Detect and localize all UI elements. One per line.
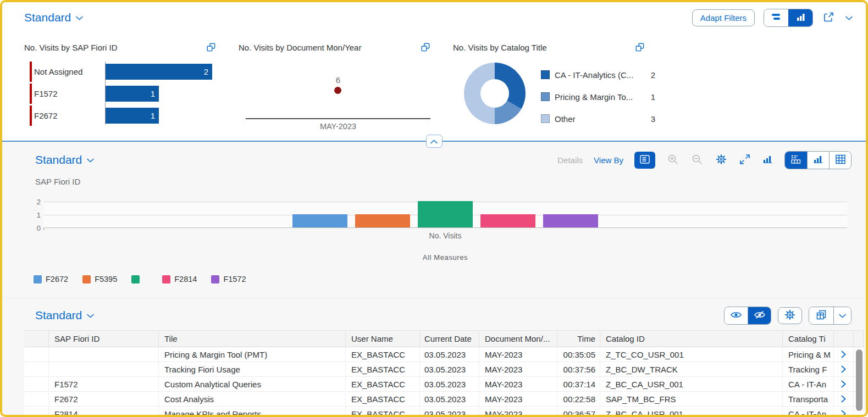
bar-row[interactable]: Not Assigned 2 bbox=[24, 62, 217, 82]
column-header[interactable]: Tile bbox=[159, 331, 346, 347]
chevron-down-icon bbox=[87, 155, 94, 165]
table-scrollbar[interactable] bbox=[856, 349, 863, 411]
cell-catalog-id: Z_BC_DW_TRACK bbox=[600, 362, 783, 376]
show-details-button[interactable] bbox=[725, 307, 748, 324]
gear-icon bbox=[784, 309, 795, 322]
scroll-column-header bbox=[854, 331, 864, 347]
viz-legend-item[interactable]: F5395 bbox=[82, 275, 117, 283]
details-button[interactable]: Details bbox=[557, 155, 583, 165]
y-tick: 2 bbox=[29, 198, 41, 206]
row-selector[interactable] bbox=[24, 347, 49, 362]
table-settings-button[interactable] bbox=[778, 307, 802, 324]
variant-selector-table[interactable]: Standard bbox=[35, 309, 94, 322]
column-header[interactable]: Catalog Ti bbox=[783, 331, 834, 347]
bar-row[interactable]: F1572 1 bbox=[24, 84, 217, 104]
viz-bar-F2672[interactable] bbox=[292, 214, 347, 227]
legend-item[interactable]: Other 3 bbox=[541, 108, 655, 130]
adapt-filters-button[interactable]: Adapt Filters bbox=[692, 9, 755, 26]
legend-label: F2814 bbox=[174, 275, 197, 283]
open-in-window-icon[interactable] bbox=[206, 42, 217, 53]
row-nav-button[interactable] bbox=[834, 362, 854, 376]
open-in-window-icon[interactable] bbox=[634, 42, 645, 53]
row-nav-button[interactable] bbox=[834, 392, 854, 406]
value-stripe bbox=[30, 105, 32, 126]
legend-value: 3 bbox=[643, 114, 655, 124]
variant-selector-top[interactable]: Standard bbox=[24, 11, 83, 24]
open-in-window-icon[interactable] bbox=[420, 42, 431, 53]
table-row[interactable]: Pricing & Margin Tool (PMT) EX_BASTACC 0… bbox=[24, 347, 864, 362]
collapse-header-button[interactable] bbox=[426, 135, 443, 148]
variant-selector-chart[interactable]: Standard bbox=[35, 153, 94, 166]
chart-type-button[interactable] bbox=[762, 154, 773, 166]
row-nav-button[interactable] bbox=[834, 347, 854, 362]
header-expand-menu-button[interactable] bbox=[844, 13, 854, 23]
zoom-out-button[interactable] bbox=[690, 153, 704, 168]
row-selector[interactable] bbox=[24, 362, 49, 376]
table-row[interactable]: F1572 Custom Analytical Queries EX_BASTA… bbox=[24, 377, 864, 392]
legend-swatch bbox=[162, 275, 170, 283]
row-nav-button[interactable] bbox=[834, 377, 854, 391]
hide-details-button[interactable] bbox=[748, 307, 771, 324]
toggle-legend-button[interactable] bbox=[634, 152, 655, 169]
chart-only-view-button[interactable] bbox=[807, 152, 829, 169]
column-header[interactable]: Catalog ID bbox=[600, 331, 783, 347]
cell-doc-monyear: MAY-2023 bbox=[479, 362, 557, 376]
row-selector[interactable] bbox=[24, 407, 49, 417]
nav-column-header bbox=[834, 331, 854, 347]
legend-label: F2672 bbox=[46, 275, 68, 283]
legend-label: Other bbox=[555, 114, 643, 124]
viz-legend-item[interactable]: F2672 bbox=[34, 275, 68, 283]
point-chart: 6 MAY-2023 bbox=[239, 59, 453, 142]
viz-legend: F2672F5395F2814F1572 bbox=[34, 275, 866, 283]
share-button[interactable] bbox=[822, 10, 836, 25]
table-row[interactable]: F2672 Cost Analysis EX_BASTACC 03.05.202… bbox=[24, 392, 864, 407]
legend-value: 1 bbox=[643, 92, 655, 102]
export-spreadsheet-button[interactable] bbox=[809, 307, 833, 324]
data-table: SAP Fiori ID Tile User Name Current Date… bbox=[24, 330, 864, 417]
row-selector[interactable] bbox=[24, 392, 49, 406]
column-header[interactable]: User Name bbox=[346, 331, 420, 347]
viz-bar-blank[interactable] bbox=[418, 201, 473, 227]
select-column-header[interactable] bbox=[24, 331, 49, 347]
bar-chart-icon bbox=[797, 13, 805, 23]
column-header[interactable]: Current Date bbox=[420, 331, 479, 347]
viz-bar-F2814[interactable] bbox=[480, 214, 535, 227]
chart-settings-button[interactable] bbox=[715, 153, 728, 168]
table-only-view-button[interactable] bbox=[829, 152, 851, 169]
column-header[interactable]: Document Mon/... bbox=[479, 331, 557, 347]
donut-chart[interactable] bbox=[464, 63, 526, 124]
bar-chart-plot: 2 1 0 bbox=[24, 202, 847, 228]
horizontal-bar-chart: Not Assigned 2 F1572 1 F2672 1 bbox=[24, 62, 217, 126]
export-menu-button[interactable] bbox=[833, 307, 851, 324]
x-axis-line bbox=[246, 118, 430, 119]
bar-row[interactable]: F2672 1 bbox=[24, 105, 217, 126]
fullscreen-button[interactable] bbox=[739, 153, 751, 167]
bar-label: F2672 bbox=[34, 111, 105, 120]
row-selector[interactable] bbox=[24, 377, 49, 391]
cell-doc-monyear: MAY-2023 bbox=[479, 377, 557, 391]
viz-bar-F1572[interactable] bbox=[543, 214, 598, 227]
viz-legend-item[interactable] bbox=[131, 275, 148, 283]
legend-item[interactable]: Pricing & Margin To... 1 bbox=[541, 86, 655, 108]
table-row[interactable]: Tracking Fiori Usage EX_BASTACC 03.05.20… bbox=[24, 362, 864, 377]
scatter-point[interactable] bbox=[334, 87, 341, 94]
chevron-down-icon bbox=[839, 312, 846, 320]
view-by-button[interactable]: View By bbox=[594, 155, 623, 165]
chevron-up-icon bbox=[430, 137, 438, 146]
bar-value: 2 bbox=[204, 67, 208, 76]
filter-fields-view-button[interactable] bbox=[764, 9, 788, 26]
column-header[interactable]: Time bbox=[557, 331, 600, 347]
chart-section: Standard Details View By bbox=[2, 142, 866, 298]
chart-view-button[interactable] bbox=[788, 9, 812, 26]
chart-table-view-button[interactable] bbox=[785, 152, 807, 169]
zoom-in-button[interactable] bbox=[666, 153, 679, 168]
column-header[interactable]: SAP Fiori ID bbox=[49, 331, 159, 347]
viz-bar-F5395[interactable] bbox=[355, 214, 410, 227]
card-title: No. Visits by Document Mon/Year bbox=[239, 43, 361, 52]
viz-legend-item[interactable]: F2814 bbox=[162, 275, 197, 283]
cell-fiori-id bbox=[49, 362, 159, 376]
row-nav-button[interactable] bbox=[834, 407, 854, 417]
legend-item[interactable]: CA - IT-Analytics (C... 2 bbox=[541, 64, 655, 86]
viz-legend-item[interactable]: F1572 bbox=[211, 275, 246, 283]
table-row[interactable]: F2814 Manage KPIs and Reports EX_BASTACC… bbox=[24, 407, 864, 417]
